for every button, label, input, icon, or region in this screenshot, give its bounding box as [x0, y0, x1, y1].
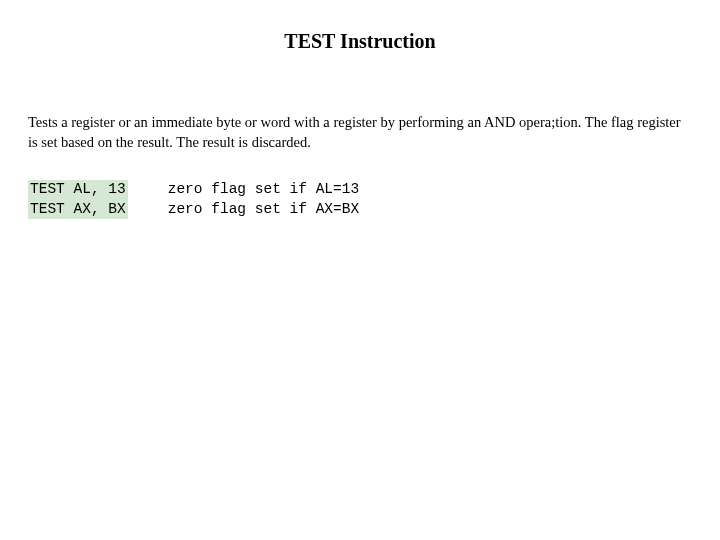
page-title: TEST Instruction [28, 30, 692, 53]
document-page: TEST Instruction Tests a register or an … [0, 0, 720, 249]
code-comments: zero flag set if AL=13 zero flag set if … [128, 180, 359, 219]
instruction-description: Tests a register or an immediate byte or… [28, 113, 692, 152]
code-instructions: TEST AL, 13 TEST AX, BX [28, 180, 128, 219]
code-example: TEST AL, 13 TEST AX, BX zero flag set if… [28, 180, 692, 219]
